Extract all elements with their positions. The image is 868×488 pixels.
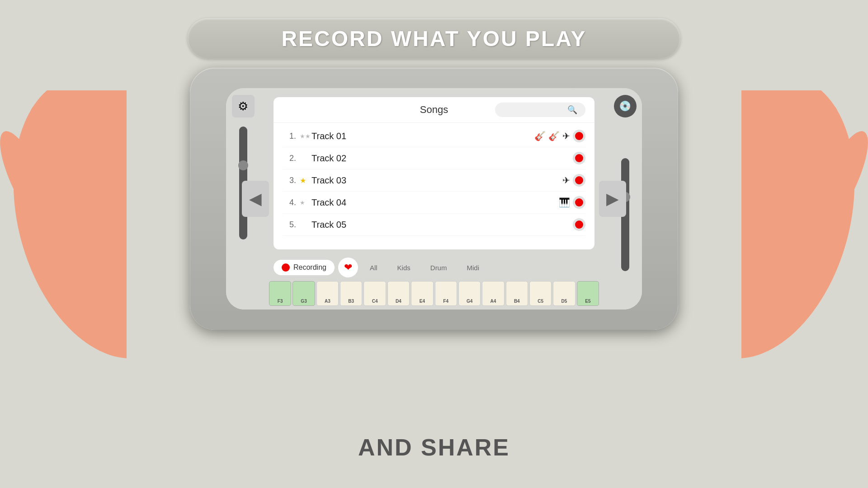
piano-key-e4[interactable]: E4 xyxy=(411,281,433,306)
satellite-icon-1: ✈ xyxy=(562,131,570,141)
track-name-4: Track 04 xyxy=(311,197,559,208)
piano-key-b3[interactable]: B3 xyxy=(340,281,362,306)
search-icon: 🔍 xyxy=(567,105,577,115)
bottom-tab-bar: Recording ❤ All Kids Drum Midi xyxy=(260,254,608,281)
record-dot-4[interactable] xyxy=(573,196,585,209)
record-dot-1[interactable] xyxy=(573,130,585,142)
piano-key-f4[interactable]: F4 xyxy=(435,281,457,306)
track-name-2: Track 02 xyxy=(311,153,573,164)
track-icons-3: ✈ xyxy=(562,174,585,187)
phone-inner: ⚙ ◀ ▶ Songs 🔍 xyxy=(226,88,642,310)
record-dot-5[interactable] xyxy=(573,218,585,231)
disc-button[interactable]: 💿 xyxy=(614,95,637,117)
nav-arrow-right[interactable]: ▶ xyxy=(599,181,626,217)
piano-key-c5[interactable]: C5 xyxy=(529,281,552,306)
track-star-4: ★ xyxy=(300,199,310,206)
kids-tab[interactable]: Kids xyxy=(389,260,419,275)
recording-dot xyxy=(282,263,290,272)
track-item-4[interactable]: 4. ★ Track 04 🎹 xyxy=(283,192,585,214)
track-icons-2 xyxy=(573,152,585,164)
track-icons-4: 🎹 xyxy=(559,196,585,209)
drum-tab[interactable]: Drum xyxy=(422,260,455,275)
nav-arrow-left[interactable]: ◀ xyxy=(242,181,269,217)
all-tab[interactable]: All xyxy=(362,260,386,275)
record-dot-3[interactable] xyxy=(573,174,585,187)
search-bar[interactable]: 🔍 xyxy=(495,103,585,117)
piano-key-a4[interactable]: A4 xyxy=(482,281,504,306)
hand-left xyxy=(0,90,127,361)
search-input[interactable] xyxy=(500,106,564,113)
slider-thumb xyxy=(238,160,248,170)
phone-frame: ⚙ ◀ ▶ Songs 🔍 xyxy=(190,68,678,330)
satellite-icon-3: ✈ xyxy=(562,175,570,186)
record-dot-inner-1 xyxy=(575,132,583,140)
track-icons-5 xyxy=(573,218,585,231)
songs-header: Songs 🔍 xyxy=(274,97,594,123)
piano-key-e5[interactable]: E5 xyxy=(577,281,599,306)
piano-key-g4[interactable]: G4 xyxy=(458,281,481,306)
piano-key-g3[interactable]: G3 xyxy=(292,281,315,306)
piano-key-f3[interactable]: F3 xyxy=(269,281,291,306)
favorites-tab[interactable]: ❤ xyxy=(338,258,358,277)
record-dot-inner-4 xyxy=(575,198,583,206)
track-name-5: Track 05 xyxy=(311,220,573,230)
guitar-cross-icon: 🎸 xyxy=(548,131,560,141)
track-item-3[interactable]: 3. ★ Track 03 ✈ xyxy=(283,169,585,192)
recording-tab-label: Recording xyxy=(293,263,326,272)
track-number-4: 4. xyxy=(283,198,296,207)
gear-button[interactable]: ⚙ xyxy=(232,95,255,117)
record-dot-2[interactable] xyxy=(573,152,585,164)
piano-key-d5[interactable]: D5 xyxy=(553,281,575,306)
recording-tab[interactable]: Recording xyxy=(274,260,335,275)
guitar-icon: 🎸 xyxy=(534,131,546,141)
piano-key-b4[interactable]: B4 xyxy=(506,281,528,306)
track-item-1[interactable]: 1. ★★ Track 01 🎸 🎸 ✈ xyxy=(283,125,585,147)
track-item-2[interactable]: 2. Track 02 xyxy=(283,147,585,169)
track-star-1: ★★ xyxy=(300,133,310,140)
top-banner: RECORD WHAT YOU PLAY xyxy=(188,18,680,59)
top-banner-text: RECORD WHAT YOU PLAY xyxy=(281,26,586,51)
piano-key-c4[interactable]: C4 xyxy=(363,281,386,306)
track-number-2: 2. xyxy=(283,154,296,163)
track-number-3: 3. xyxy=(283,176,296,185)
track-list: 1. ★★ Track 01 🎸 🎸 ✈ xyxy=(274,123,594,249)
midi-tab[interactable]: Midi xyxy=(458,260,487,275)
record-dot-inner-2 xyxy=(575,154,583,162)
track-number-5: 5. xyxy=(283,220,296,230)
track-name-3: Track 03 xyxy=(311,175,562,186)
hand-right xyxy=(741,90,868,361)
bottom-banner: AND SHARE xyxy=(253,434,615,461)
main-content: ◀ ▶ Songs 🔍 1. xyxy=(260,88,608,310)
piano-area: F3 G3 A3 B3 C4 D4 E4 F4 G4 A4 B4 C5 D5 E… xyxy=(260,281,608,310)
track-star-3: ★ xyxy=(300,176,310,185)
piano-key-d4[interactable]: D4 xyxy=(387,281,410,306)
track-item-5[interactable]: 5. Track 05 xyxy=(283,214,585,236)
track-name-1: Track 01 xyxy=(311,131,534,141)
record-dot-inner-5 xyxy=(575,221,583,229)
record-dot-inner-3 xyxy=(575,176,583,184)
songs-panel: Songs 🔍 1. ★★ Track 01 🎸 xyxy=(274,97,594,249)
bottom-banner-text: AND SHARE xyxy=(358,434,510,461)
track-number-1: 1. xyxy=(283,131,296,141)
track-icons-1: 🎸 🎸 ✈ xyxy=(534,130,585,142)
piano-key-a3[interactable]: A3 xyxy=(316,281,339,306)
songs-title: Songs xyxy=(373,104,495,116)
piano-icon: 🎹 xyxy=(559,197,570,208)
